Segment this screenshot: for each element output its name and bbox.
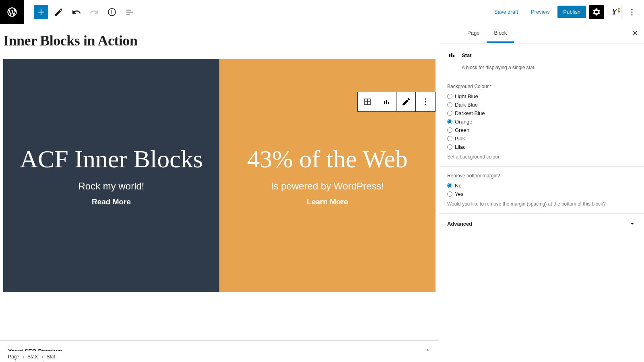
remove-margin-section: Remove bottom margin? NoYes Would you li… [439, 167, 644, 214]
radio-label: Dark Blue [455, 102, 478, 108]
radio-label: Lilac [455, 144, 466, 150]
stat-link[interactable]: Read More [92, 197, 131, 206]
page-title[interactable]: Inner Blocks in Action [3, 32, 436, 49]
more-vertical-icon [421, 97, 430, 107]
breadcrumb-item[interactable]: Stat [46, 354, 55, 360]
stat-block-icon [447, 50, 457, 61]
radio-option[interactable]: Darkest Blue [447, 110, 636, 116]
grid-icon [363, 97, 372, 107]
close-sidebar-button[interactable] [631, 29, 639, 39]
radio-option[interactable]: No [447, 183, 636, 189]
advanced-label: Advanced [447, 221, 472, 227]
remove-margin-options: NoYes [447, 183, 636, 197]
add-block-button[interactable] [34, 5, 48, 19]
edit-block-button[interactable] [396, 92, 416, 111]
toolbar-left [0, 0, 137, 24]
radio-option[interactable]: Orange [447, 119, 636, 125]
svg-point-2 [631, 14, 632, 15]
yoast-icon: Y [612, 7, 617, 16]
preview-button[interactable]: Preview [526, 6, 554, 18]
yoast-tab-seo[interactable]: SEO [15, 360, 44, 362]
radio-label: Light Blue [455, 93, 478, 99]
editor-canvas: Inner Blocks in Action ACF Inner Blocks … [0, 24, 439, 362]
undo-icon [72, 7, 81, 17]
svg-point-0 [631, 8, 632, 10]
block-type-button[interactable] [377, 92, 396, 111]
radio-label: Yes [455, 191, 463, 197]
radio-option[interactable]: Green [447, 127, 636, 133]
pencil-icon [54, 7, 64, 17]
breadcrumb-item[interactable]: Stats [27, 354, 38, 360]
radio-label: No [455, 183, 462, 189]
settings-sidebar: Page Block Stat A block for displaying a… [439, 24, 644, 362]
chevron-right-icon: › [23, 354, 24, 360]
stat-heading: ACF Inner Blocks [20, 145, 203, 173]
chevron-down-icon [629, 220, 636, 227]
radio-option[interactable]: Lilac [447, 144, 636, 150]
wordpress-logo[interactable] [0, 0, 24, 24]
stat-heading: 43% of the Web [247, 145, 408, 173]
bg-colour-label: Background Colour * [447, 84, 636, 89]
stat-subtext: Rock my world! [78, 181, 144, 192]
block-toolbar [357, 92, 436, 112]
radio-label: Green [455, 127, 469, 133]
tab-page[interactable]: Page [460, 24, 487, 43]
block-more-button[interactable] [416, 92, 435, 111]
radio-option[interactable]: Pink [447, 136, 636, 142]
yoast-button[interactable]: Y [607, 5, 621, 19]
block-name: Stat [462, 52, 472, 58]
toolbar-right: Save draft Preview Publish Y [489, 5, 644, 19]
editor-toolbar: Save draft Preview Publish Y [0, 0, 644, 24]
gear-icon [592, 8, 601, 16]
block-description: A block for displaying a single stat. [462, 65, 636, 70]
tab-block[interactable]: Block [487, 24, 514, 43]
bg-colour-section: Background Colour * Light BlueDark BlueD… [439, 77, 644, 167]
yoast-status-dots [618, 8, 620, 12]
info-icon [107, 7, 117, 17]
select-parent-button[interactable] [358, 92, 377, 111]
list-icon [125, 7, 134, 17]
publish-button[interactable]: Publish [557, 6, 586, 18]
stat-block-left[interactable]: ACF Inner Blocks Rock my world! Read Mor… [3, 59, 219, 292]
stat-link[interactable]: Learn More [307, 197, 348, 206]
info-button[interactable] [105, 5, 119, 19]
radio-option[interactable]: Light Blue [447, 93, 636, 99]
sidebar-tabs: Page Block [439, 24, 644, 43]
block-breadcrumb: Page › Stats › Stat [0, 351, 438, 362]
chevron-right-icon: › [41, 354, 43, 360]
svg-point-3 [425, 98, 426, 99]
radio-label: Darkest Blue [455, 110, 485, 116]
bg-colour-help: Set a background colour. [447, 154, 636, 160]
redo-icon [89, 7, 99, 17]
svg-point-1 [631, 11, 632, 12]
more-menu-button[interactable] [625, 5, 639, 19]
svg-point-4 [425, 101, 426, 102]
main-layout: Inner Blocks in Action ACF Inner Blocks … [0, 24, 644, 362]
save-draft-button[interactable]: Save draft [489, 6, 523, 18]
more-vertical-icon [627, 7, 637, 17]
remove-margin-help: Would you like to remove the margin (spa… [447, 201, 636, 207]
outline-button[interactable] [122, 5, 137, 19]
stat-subtext: Is powered by WordPress! [271, 181, 384, 192]
remove-margin-label: Remove bottom margin? [447, 173, 636, 179]
stat-icon [382, 97, 392, 107]
svg-point-5 [425, 104, 426, 105]
block-header: Stat A block for displaying a single sta… [439, 43, 644, 77]
redo-button[interactable] [87, 5, 101, 19]
radio-option[interactable]: Yes [447, 191, 636, 197]
plus-icon [36, 7, 46, 17]
bg-colour-options: Light BlueDark BlueDarkest BlueOrangeGre… [447, 93, 636, 150]
advanced-panel-toggle[interactable]: Advanced [439, 214, 644, 234]
radio-option[interactable]: Dark Blue [447, 102, 636, 108]
edit-mode-button[interactable] [52, 5, 66, 19]
radio-label: Orange [455, 119, 472, 125]
undo-button[interactable] [69, 5, 84, 19]
radio-label: Pink [455, 136, 465, 142]
settings-button[interactable] [589, 5, 604, 19]
close-icon [631, 29, 639, 37]
breadcrumb-item[interactable]: Page [8, 354, 19, 360]
pencil-icon [401, 97, 411, 107]
